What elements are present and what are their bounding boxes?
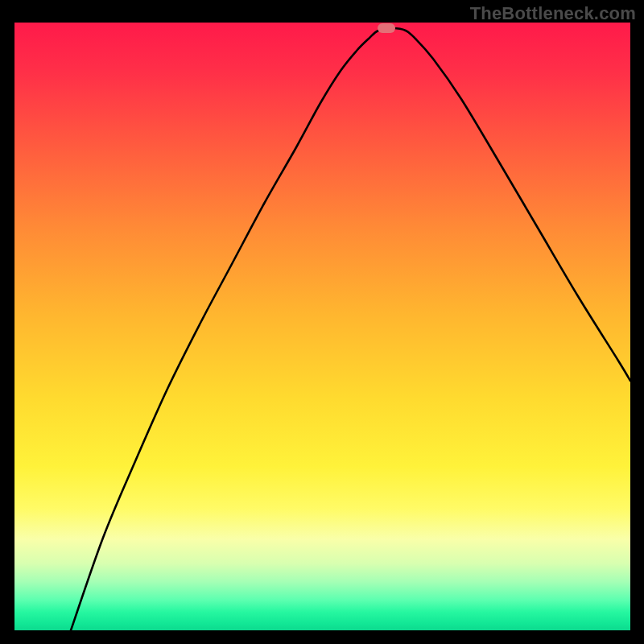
bottleneck-curve (14, 23, 630, 630)
watermark-text: TheBottleneck.com (470, 3, 636, 24)
minimum-marker (378, 23, 395, 33)
chart-frame: TheBottleneck.com (0, 0, 644, 644)
plot-area (14, 23, 630, 630)
